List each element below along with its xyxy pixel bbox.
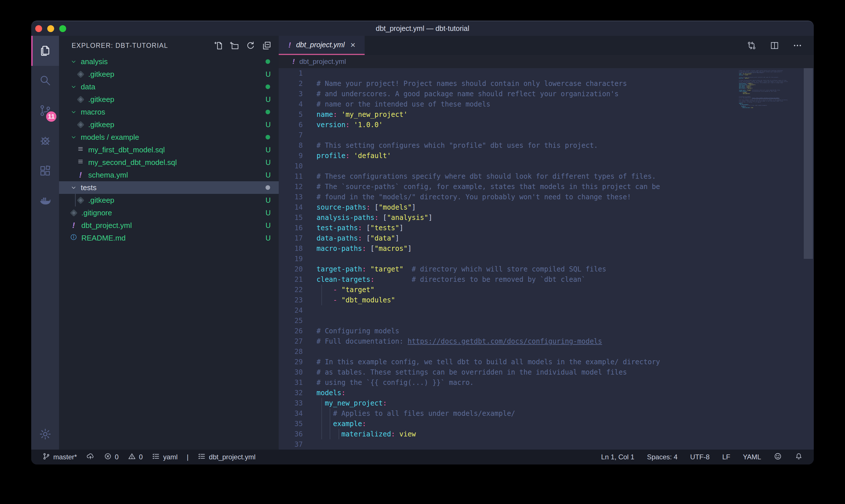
code-line[interactable]: 25 <box>279 316 814 326</box>
indent-guide <box>330 419 330 429</box>
title-bar[interactable]: dbt_project.yml — dbt-tutorial <box>31 21 814 36</box>
indent-guide <box>321 408 322 419</box>
code-line[interactable]: 34 # Applies to all files under models/e… <box>279 408 814 419</box>
tree-item-analysis[interactable]: analysis <box>59 55 279 68</box>
code-line[interactable]: 21clean-targets: # directories to be rem… <box>279 274 814 285</box>
status-item[interactable]: Ln 1, Col 1 <box>601 453 634 461</box>
activity-search-icon[interactable] <box>31 66 59 96</box>
status-item[interactable]: LF <box>722 453 730 461</box>
compare-changes-icon[interactable] <box>747 41 756 50</box>
tree-item-my-first-dbt-model-sql[interactable]: my_first_dbt_model.sqlU <box>59 143 279 156</box>
activity-source-control-icon[interactable]: 11 <box>31 96 59 126</box>
status-item-feedback-smiley-icon[interactable] <box>774 452 782 462</box>
tree-item-label: analysis <box>81 57 108 66</box>
status-item[interactable]: YAML <box>743 453 761 461</box>
tree-item-data[interactable]: data <box>59 80 279 93</box>
tree-item-tests[interactable]: tests <box>59 181 279 194</box>
code-line[interactable]: 29# In this example config, we tell dbt … <box>279 357 814 367</box>
close-window-button[interactable] <box>35 25 42 32</box>
code-editor[interactable]: 12# Name your project! Project names sho… <box>279 68 814 450</box>
vertical-scrollbar[interactable] <box>804 68 813 259</box>
minimize-window-button[interactable] <box>47 25 54 32</box>
code-line[interactable]: 31# using the `{{ config(...) }}` macro. <box>279 377 814 388</box>
code-line[interactable]: 36 materialized: view <box>279 429 814 439</box>
code-line[interactable]: 27# Full documentation: https://docs.get… <box>279 336 814 346</box>
code-line[interactable]: 24 <box>279 305 814 316</box>
code-lines: 12# Name your project! Project names sho… <box>279 68 814 450</box>
status-item-checklist-icon[interactable]: yaml <box>152 452 178 462</box>
status-label: dbt_project.yml <box>209 453 255 461</box>
refresh-icon[interactable] <box>246 40 256 51</box>
new-folder-icon[interactable] <box>230 40 240 51</box>
code-line[interactable]: 30# as tables. These settings can be ove… <box>279 367 814 377</box>
activity-debug-icon[interactable] <box>31 126 59 156</box>
code-line[interactable]: 14source-paths: ["models"] <box>279 202 814 213</box>
editor-actions <box>747 36 802 55</box>
code-line[interactable]: 28 <box>279 346 814 357</box>
code-line[interactable]: 1 <box>279 68 814 78</box>
code-line[interactable]: 18macro-paths: ["macros"] <box>279 244 814 254</box>
code-line[interactable]: 26# Configuring models <box>279 326 814 336</box>
checklist-icon <box>152 452 160 462</box>
status-item[interactable]: Spaces: 4 <box>647 453 678 461</box>
breadcrumb[interactable]: ! dbt_project.yml <box>279 55 814 68</box>
tab-dbt-project-yml[interactable]: ! dbt_project.yml × <box>279 36 365 55</box>
code-line[interactable]: 5name: 'my_new_project' <box>279 109 814 120</box>
activity-gear-icon[interactable] <box>31 419 59 450</box>
close-tab-icon[interactable]: × <box>350 41 356 49</box>
status-item-bell-icon[interactable] <box>795 452 803 462</box>
tree-item-gitkeep[interactable]: .gitkeepU <box>59 118 279 131</box>
code-line[interactable]: 8# This setting configures which "profil… <box>279 140 814 151</box>
window-title: dbt_project.yml — dbt-tutorial <box>376 24 469 33</box>
tree-item-macros[interactable]: macros <box>59 106 279 118</box>
code-line[interactable]: 33 my_new_project: <box>279 398 814 408</box>
code-line[interactable]: 20target-path: "target" # directory whic… <box>279 264 814 274</box>
code-line[interactable]: 13# found in the "models/" directory. Yo… <box>279 192 814 202</box>
status-item[interactable]: UTF-8 <box>690 453 709 461</box>
zoom-window-button[interactable] <box>59 25 66 32</box>
status-item-cloud-upload-icon[interactable] <box>86 452 94 462</box>
code-line[interactable]: 11# These configurations specify where d… <box>279 171 814 182</box>
tree-item-readme-md[interactable]: README.mdU <box>59 232 279 244</box>
status-item-checklist-icon[interactable]: dbt_project.yml <box>198 452 255 462</box>
tree-item-models-example[interactable]: models / example <box>59 131 279 143</box>
activity-extensions-icon[interactable] <box>31 156 59 186</box>
tree-item-gitkeep[interactable]: .gitkeepU <box>59 68 279 80</box>
code-line[interactable]: 15analysis-paths: ["analysis"] <box>279 213 814 223</box>
code-line[interactable]: 4# name or the intended use of these mod… <box>279 99 814 109</box>
explorer-toolbar <box>213 40 272 51</box>
code-line[interactable]: 6version: '1.0.0' <box>279 120 814 130</box>
activity-docker-icon[interactable] <box>31 186 59 216</box>
tree-item-my-second-dbt-model-sql[interactable]: my_second_dbt_model.sqlU <box>59 156 279 169</box>
git-status-dot <box>266 59 270 64</box>
code-line[interactable]: 3# and underscores. A good package name … <box>279 89 814 99</box>
split-editor-icon[interactable] <box>770 41 779 50</box>
tree-item-gitkeep[interactable]: .gitkeepU <box>59 194 279 206</box>
code-line[interactable]: 35 example: <box>279 419 814 429</box>
line-number: 19 <box>279 254 303 264</box>
tree-item-schema-yml[interactable]: !schema.ymlU <box>59 169 279 181</box>
code-line[interactable]: 37 <box>279 439 814 450</box>
tree-item-gitignore[interactable]: .gitignoreU <box>59 206 279 219</box>
code-line[interactable]: 12# The `source-paths` config, for examp… <box>279 182 814 192</box>
code-line[interactable]: 17data-paths: ["data"] <box>279 233 814 244</box>
code-line[interactable]: 10 <box>279 161 814 171</box>
tree-item-dbt-project-yml[interactable]: !dbt_project.ymlU <box>59 219 279 232</box>
code-line[interactable]: 9profile: 'default' <box>279 151 814 161</box>
code-line[interactable]: 32models: <box>279 388 814 398</box>
code-line[interactable]: 19 <box>279 254 814 264</box>
code-line[interactable]: 2# Name your project! Project names shou… <box>279 78 814 89</box>
status-item-warning-triangle-icon[interactable]: 0 <box>128 452 143 462</box>
code-line[interactable]: 22 - "target" <box>279 285 814 295</box>
code-line[interactable]: 7 <box>279 130 814 140</box>
collapse-all-icon[interactable] <box>262 40 272 51</box>
tree-item-gitkeep[interactable]: .gitkeepU <box>59 93 279 106</box>
code-line[interactable]: 16test-paths: ["tests"] <box>279 223 814 233</box>
new-file-icon[interactable] <box>213 40 224 51</box>
more-actions-icon[interactable] <box>793 41 802 50</box>
activity-files-icon[interactable] <box>31 36 59 66</box>
status-item-error-icon[interactable]: 0 <box>104 452 119 462</box>
minimap[interactable]: # Name your project! Project names shoul… <box>739 69 801 109</box>
code-line[interactable]: 23 - "dbt_modules" <box>279 295 814 305</box>
status-item-git-branch-icon[interactable]: master* <box>42 452 77 462</box>
